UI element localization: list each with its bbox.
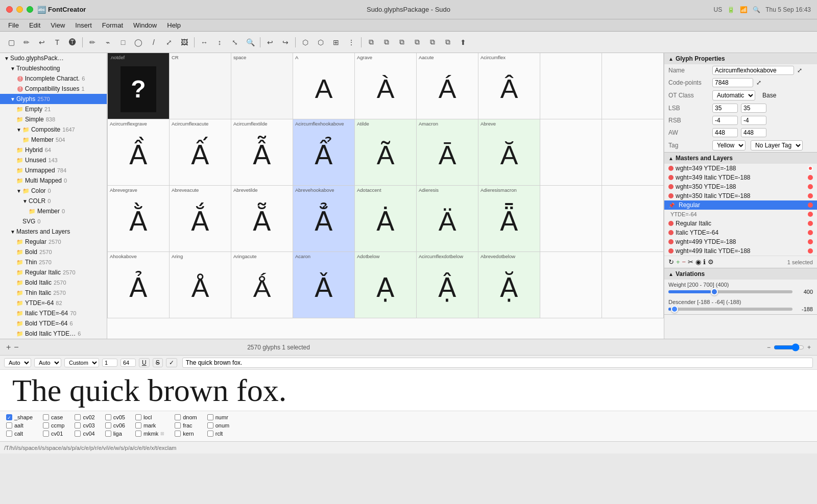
prop-tag-select[interactable]: Yellow Red Blue Green (712, 140, 746, 150)
menu-view[interactable]: View (46, 20, 69, 30)
preview-select-3[interactable]: Custom (64, 358, 99, 367)
layer-split-button[interactable]: ✂ (688, 258, 693, 266)
select-tool-button[interactable]: ▢ (4, 35, 18, 49)
preview-text-input[interactable] (182, 358, 813, 368)
glyph-cell-empty-1[interactable] (540, 53, 602, 119)
preview-size-1[interactable] (102, 359, 117, 367)
text-tool[interactable]: 🅣 (65, 35, 80, 49)
weight-slider[interactable] (668, 290, 792, 293)
layer-refresh-button[interactable]: ↻ (668, 258, 674, 266)
pencil-tool[interactable]: ✏ (85, 35, 100, 49)
sidebar-svg[interactable]: SVG 0 (0, 216, 107, 226)
action-2[interactable]: ⧉ (379, 35, 394, 49)
glyph-cell-adotaccent[interactable]: Adotaccent Ȧ (355, 186, 417, 252)
glyph-cell-acircumflexdotbelow[interactable]: Acircumflexdotbelow Ậ (417, 252, 478, 318)
layer-action-button[interactable]: ⚙ (708, 258, 714, 266)
menu-format[interactable]: Format (98, 20, 127, 30)
glyph-cell-atilde[interactable]: Atilde Ã (355, 119, 417, 186)
glyph-cell-adotbelow[interactable]: Adotbelow Ạ (355, 252, 417, 318)
layer-wght349italic[interactable]: wght=349 Italic YTDE=-188 (664, 173, 817, 182)
feature-cv04-cb[interactable] (75, 431, 81, 437)
sidebar-simple[interactable]: 📁 Simple 838 (0, 114, 107, 124)
glyph-cell-acircumflexhookabove[interactable]: Acircumflexhookabove Ẩ (293, 119, 355, 186)
feature-ccmp-cb[interactable] (43, 422, 49, 429)
glyph-cell-abrevetilde[interactable]: Abrevetilde Ẵ (231, 186, 293, 252)
glyph-cell-empty-2[interactable] (602, 53, 664, 119)
add-glyph-button[interactable]: + (6, 343, 11, 352)
glyph-cell-empty-6[interactable] (602, 186, 664, 252)
remove-glyph-button[interactable]: − (14, 343, 18, 352)
picture-tool[interactable]: 🖼 (177, 35, 191, 49)
strikethrough-toggle[interactable]: S (153, 358, 163, 367)
feature-cv03-cb[interactable] (75, 422, 81, 429)
layer-wght350italic[interactable]: wght=350 Italic YTDE=-188 (664, 191, 817, 200)
sidebar-bold-italic-ytde[interactable]: 📁 Bold Italic YTDE… 6 (0, 329, 107, 339)
bezier-tool[interactable]: ⌁ (101, 35, 115, 49)
preview-select-2[interactable]: Auto (34, 358, 61, 367)
feature-numr-cb[interactable] (207, 414, 213, 420)
prev-glyph-button[interactable]: ⬡ (298, 35, 313, 49)
sidebar-troubleshooting[interactable]: ▼ Troubleshooting (0, 63, 107, 73)
feature-cv01-cb[interactable] (43, 431, 49, 437)
glyph-cell-abrevedotbelow[interactable]: Abrevedotbelow Ặ (478, 252, 540, 318)
sidebar-colr[interactable]: ▼ COLR 0 (0, 196, 107, 206)
ellipse-tool[interactable]: ◯ (131, 35, 146, 49)
glyph-cell-ahookabove[interactable]: Ahookabove Ả (108, 252, 170, 318)
sidebar-regular[interactable]: 📁 Regular 2570 (0, 237, 107, 247)
prop-lsb-input2[interactable] (741, 104, 766, 113)
masters-layers-header[interactable]: ▲ Masters and Layers (664, 153, 817, 164)
glyph-cell-abrevegrave[interactable]: Abrevegrave Ằ (108, 186, 170, 252)
glyph-cell-agrave[interactable]: Agrave À (355, 53, 417, 119)
prop-lsb-input1[interactable] (712, 104, 738, 113)
prop-rsb-input2[interactable] (741, 116, 766, 125)
glyph-cell-a[interactable]: A A (293, 53, 355, 119)
glyph-cell-aacute[interactable]: Aacute Á (417, 53, 478, 119)
prop-aw-input1[interactable] (712, 128, 738, 137)
sidebar-bold-ytde[interactable]: 📁 Bold YTDE=-64 6 (0, 318, 107, 329)
glyph-cell-empty-3[interactable] (540, 119, 602, 186)
zoom-button[interactable]: 🔍 (243, 35, 257, 49)
glyph-cell-cr[interactable]: CR (170, 53, 231, 119)
prop-rsb-input1[interactable] (712, 116, 738, 125)
glyph-cell-acircumflex[interactable]: Acircumflex Â (478, 53, 540, 119)
feature-aalt-cb[interactable] (6, 422, 12, 429)
glyph-properties-header[interactable]: ▲ Glyph Properties (664, 53, 817, 64)
layer-wght350[interactable]: wght=350 YTDE=-188 (664, 182, 817, 191)
glyph-cell-abreve[interactable]: Abreve Ă (478, 119, 540, 186)
sidebar-ytde[interactable]: 📁 YTDE=-64 82 (0, 298, 107, 308)
action-1[interactable]: ⧉ (364, 35, 378, 49)
glyph-cell-amacron[interactable]: Amacron Ā (417, 119, 478, 186)
flip-h-button[interactable]: ↔ (197, 35, 211, 49)
grid-view-button[interactable]: ⊞ (329, 35, 343, 49)
sidebar-compatibility[interactable]: ! Compatibility Issues 1 (0, 84, 107, 94)
action-3[interactable]: ⧉ (395, 35, 409, 49)
prop-no-layer-tag-select[interactable]: No Layer Tag (751, 140, 803, 150)
feature-cv06-cb[interactable] (105, 422, 111, 429)
prop-aw-input2[interactable] (741, 128, 766, 137)
feature-mark-cb[interactable] (135, 422, 141, 429)
layer-remove-button[interactable]: − (682, 258, 686, 266)
close-button[interactable] (6, 6, 13, 13)
more-button[interactable]: ⋮ (344, 35, 358, 49)
sidebar-unused[interactable]: 📁 Unused 143 (0, 155, 107, 165)
prop-codepoints-input[interactable] (712, 78, 753, 87)
rect-tool[interactable]: □ (116, 35, 130, 49)
feature-cv05-cb[interactable] (105, 414, 111, 420)
preview-select-1[interactable]: Auto (4, 358, 31, 367)
sidebar-member[interactable]: 📁 Member 504 (0, 135, 107, 145)
undo-button[interactable]: ↩ (263, 35, 277, 49)
preview-size-2[interactable] (121, 359, 136, 367)
sidebar-bold-italic[interactable]: 📁 Bold Italic 2570 (0, 278, 107, 288)
glyph-cell-empty-5[interactable] (540, 186, 602, 252)
glyph-cell-aringacute[interactable]: Aringacute Ǻ (231, 252, 293, 318)
glyph-cell-adieresismacron[interactable]: Adieresismacron Ǟ (478, 186, 540, 252)
prop-codepoints-expand[interactable]: ⤢ (756, 79, 761, 86)
maximize-button[interactable] (27, 6, 33, 13)
export-button[interactable]: ⬆ (456, 35, 470, 49)
glyph-cell-empty-8[interactable] (602, 252, 664, 318)
descender-slider-thumb[interactable] (671, 306, 678, 313)
sidebar-unmapped[interactable]: 📁 Unmapped 784 (0, 165, 107, 175)
contour-tool[interactable]: ↩ (35, 35, 49, 49)
feature-kern-cb[interactable] (175, 431, 181, 437)
sidebar-regular-italic[interactable]: 📁 Regular Italic 2570 (0, 267, 107, 278)
